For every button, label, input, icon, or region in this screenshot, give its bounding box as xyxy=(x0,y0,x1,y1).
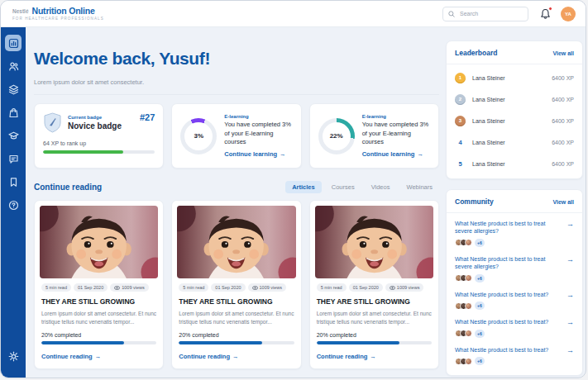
article-progress-fill xyxy=(41,341,124,344)
donut-chart-3pct: 3% xyxy=(180,118,217,154)
sidebar-item-bookmarks[interactable] xyxy=(5,173,22,190)
continue-learning-link[interactable]: Continue learning→ xyxy=(224,150,292,158)
community-question[interactable]: What Nestle product is best to treat? xyxy=(455,318,561,325)
arrow-right-icon: → xyxy=(95,353,102,360)
continue-reading-link[interactable]: Continue reading→ xyxy=(179,353,238,360)
sidebar-item-programs[interactable] xyxy=(5,81,22,97)
leaderboard-row[interactable]: 4 Lana Steiner 6400 XP xyxy=(455,131,574,153)
search-input[interactable] xyxy=(458,10,523,17)
brand-logo[interactable]: Nestlé Nutrition Online for Healthcare P… xyxy=(12,7,104,21)
sidebar-item-community[interactable] xyxy=(5,150,22,167)
continue-reading-link[interactable]: Continue reading→ xyxy=(317,353,376,360)
search-icon xyxy=(448,11,455,17)
article-excerpt: Lorem ipsum dolor sit amet consectetur. … xyxy=(40,310,158,325)
badge-label: Current badge xyxy=(68,115,122,120)
notification-badge xyxy=(548,7,552,11)
arrow-right-icon: → xyxy=(370,353,376,360)
date-badge: 01 Sep 2020 xyxy=(74,283,108,292)
brand-tagline: for Healthcare Professionals xyxy=(12,17,104,21)
arrow-right-icon[interactable]: → xyxy=(566,318,574,326)
leaderboard-name: Lana Steiner xyxy=(472,140,505,145)
arrow-right-icon[interactable]: → xyxy=(566,255,574,264)
leaderboard-row[interactable]: 5 Lana Steiner 6400 XP xyxy=(455,153,574,174)
top-bar: Nestlé Nutrition Online for Healthcare P… xyxy=(1,1,586,27)
more-participants-badge: +6 xyxy=(475,274,485,283)
tab-articles[interactable]: Articles xyxy=(285,181,322,193)
silver-medal-icon: 2 xyxy=(455,94,466,105)
arrow-right-icon[interactable]: → xyxy=(566,346,574,354)
section-title: Continue reading xyxy=(34,183,102,192)
leaderboard-xp: 6400 XP xyxy=(552,118,574,124)
article-image xyxy=(177,206,295,278)
search-box[interactable] xyxy=(442,7,528,21)
read-time-badge: 5 min read xyxy=(317,283,347,292)
left-sidebar xyxy=(1,27,26,378)
community-view-all-link[interactable]: View all xyxy=(552,199,574,205)
leaderboard-card: Leaderboard View all 1 Lana Steiner 6400… xyxy=(446,40,583,179)
elearning-label: E-learning xyxy=(224,114,292,119)
stats-row: Current badge Novice badge #27 64 XP to … xyxy=(34,103,439,169)
article-progress-track xyxy=(179,341,294,344)
community-question[interactable]: What Nestle product is best to treat sev… xyxy=(455,255,561,271)
avatar xyxy=(465,358,472,365)
community-question-item[interactable]: What Nestle product is best to treat sev… xyxy=(455,255,574,283)
badge-shield-icon xyxy=(43,112,62,133)
sidebar-item-help[interactable] xyxy=(5,197,22,213)
article-card: 5 min read 01 Sep 2020 1009 views THEY A… xyxy=(171,200,301,369)
arrow-right-icon[interactable]: → xyxy=(566,291,574,299)
community-question[interactable]: What Nestle product is best to treat? xyxy=(455,291,561,298)
elearning-desc: You have completed 3% of your E-learning… xyxy=(224,121,292,145)
donut-value: 3% xyxy=(184,122,213,150)
article-progress-track xyxy=(317,341,432,344)
sidebar-item-settings[interactable] xyxy=(5,348,22,364)
leaderboard-xp: 6400 XP xyxy=(552,97,574,102)
leaderboard-row[interactable]: 2 Lana Steiner 6400 XP xyxy=(455,88,574,110)
leaderboard-xp: 6400 XP xyxy=(552,140,574,145)
donut-value: 22% xyxy=(323,122,351,150)
xp-text: 64 XP to rank up xyxy=(43,140,155,146)
brand-title: Nutrition Online xyxy=(32,7,95,16)
tab-courses[interactable]: Courses xyxy=(325,181,361,193)
xp-progress-fill xyxy=(43,150,123,154)
notifications-button[interactable] xyxy=(540,8,551,20)
community-question-item[interactable]: What Nestle product is best to treat sev… xyxy=(455,220,574,247)
leaderboard-row[interactable]: 3 Lana Steiner 6400 XP xyxy=(455,110,574,131)
article-progress-track xyxy=(41,341,156,344)
arrow-right-icon[interactable]: → xyxy=(566,220,574,228)
sidebar-item-elearning[interactable] xyxy=(5,127,22,144)
community-question[interactable]: What Nestle product is best to treat? xyxy=(455,346,561,354)
community-question-item[interactable]: What Nestle product is best to treat? → … xyxy=(455,346,574,365)
tab-webinars[interactable]: Webinars xyxy=(399,181,439,193)
donut-chart-22pct: 22% xyxy=(318,118,355,154)
bag-icon xyxy=(8,107,19,118)
leaderboard-xp: 6400 XP xyxy=(552,161,574,167)
community-question-item[interactable]: What Nestle product is best to treat? → … xyxy=(455,291,574,310)
community-question-item[interactable]: What Nestle product is best to treat? → … xyxy=(455,318,574,337)
leaderboard-title: Leaderboard xyxy=(455,49,498,57)
leaderboard-row[interactable]: 1 Lana Steiner 6400 XP xyxy=(455,67,574,88)
elearning-label: E-learning xyxy=(362,114,430,119)
sidebar-item-users[interactable] xyxy=(5,58,22,74)
continue-reading-link[interactable]: Continue reading→ xyxy=(41,353,101,360)
leaderboard-view-all-link[interactable]: View all xyxy=(552,50,574,56)
community-question[interactable]: What Nestle product is best to treat sev… xyxy=(455,220,561,235)
completed-text: 20% completed xyxy=(177,332,295,338)
article-progress-fill xyxy=(179,341,261,344)
views-badge: 1009 views xyxy=(248,283,287,292)
participant-avatars: +6 xyxy=(455,274,574,283)
avatar xyxy=(465,239,472,246)
tab-videos[interactable]: Videos xyxy=(365,181,397,193)
arrow-right-icon: → xyxy=(280,150,286,158)
sidebar-item-dashboard[interactable] xyxy=(5,35,22,51)
article-card: 5 min read 01 Sep 2020 1009 views THEY A… xyxy=(34,200,164,369)
user-avatar[interactable]: YA xyxy=(561,7,576,21)
views-badge: 1009 views xyxy=(110,283,149,292)
leaderboard-name: Lana Steiner xyxy=(472,97,505,102)
completed-text: 20% completed xyxy=(40,332,158,338)
leaderboard-xp: 6400 XP xyxy=(552,75,574,81)
sidebar-item-products[interactable] xyxy=(5,104,22,121)
badge-rank: #27 xyxy=(140,112,155,122)
continue-learning-link[interactable]: Continue learning→ xyxy=(362,150,430,158)
date-badge: 01 Sep 2020 xyxy=(211,283,245,292)
content-tabs: Articles Courses Videos Webinars xyxy=(285,181,439,193)
